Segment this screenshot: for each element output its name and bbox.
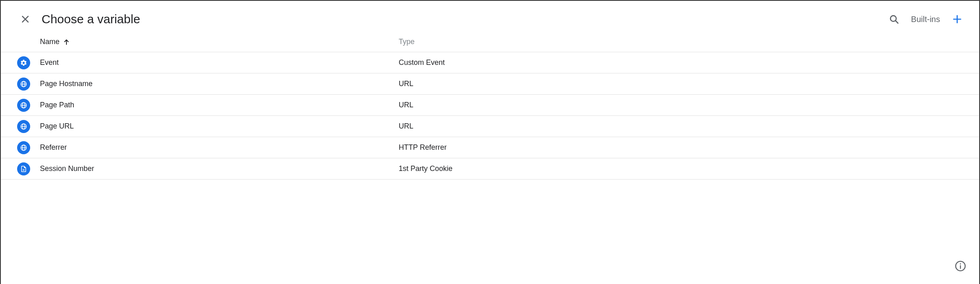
column-header-name[interactable]: Name [40, 38, 399, 46]
dialog-header: Choose a variable Built-ins [1, 1, 979, 38]
row-icon-wrap [17, 78, 40, 91]
globe-icon [17, 141, 30, 154]
row-icon-wrap [17, 56, 40, 69]
close-button[interactable] [17, 11, 33, 27]
close-icon [20, 14, 30, 24]
table-row[interactable]: Session Number1st Party Cookie [1, 158, 979, 180]
svg-line-3 [896, 21, 898, 23]
variable-type: 1st Party Cookie [399, 164, 963, 173]
table-row[interactable]: Page PathURL [1, 95, 979, 116]
table-body: EventCustom EventPage HostnameURLPage Pa… [1, 52, 979, 180]
variable-type: URL [399, 80, 963, 88]
variable-name: Page Hostname [40, 80, 399, 88]
header-actions: Built-ins [888, 13, 963, 25]
globe-icon [17, 120, 30, 133]
variable-name: Referrer [40, 143, 399, 152]
variable-name: Event [40, 58, 399, 67]
sort-arrow-up-icon [63, 38, 70, 46]
gear-icon [17, 56, 30, 69]
row-icon-wrap [17, 162, 40, 175]
variable-type: HTTP Referrer [399, 143, 963, 152]
table-row[interactable]: Page URLURL [1, 116, 979, 137]
variable-name: Page URL [40, 122, 399, 131]
variable-type: URL [399, 101, 963, 109]
globe-icon [17, 99, 30, 112]
row-icon-wrap [17, 141, 40, 154]
add-button[interactable] [951, 13, 963, 25]
search-icon [889, 14, 899, 24]
table-header: Name Type [1, 38, 979, 52]
builtins-link[interactable]: Built-ins [911, 15, 940, 24]
info-button[interactable] [954, 260, 967, 273]
row-icon-wrap [17, 120, 40, 133]
globe-icon [17, 78, 30, 91]
document-icon [17, 162, 30, 175]
variable-type: URL [399, 122, 963, 131]
column-header-type[interactable]: Type [399, 38, 963, 46]
variable-type: Custom Event [399, 58, 963, 67]
table-row[interactable]: EventCustom Event [1, 52, 979, 73]
plus-icon [952, 14, 962, 24]
column-type-label: Type [399, 38, 415, 46]
variable-name: Page Path [40, 101, 399, 109]
table-row[interactable]: Page HostnameURL [1, 73, 979, 95]
variable-name: Session Number [40, 164, 399, 173]
svg-point-21 [960, 263, 961, 264]
column-name-label: Name [40, 38, 60, 46]
table-row[interactable]: ReferrerHTTP Referrer [1, 137, 979, 158]
search-button[interactable] [888, 13, 900, 25]
row-icon-wrap [17, 99, 40, 112]
info-icon [955, 260, 966, 272]
dialog-title: Choose a variable [42, 12, 888, 26]
